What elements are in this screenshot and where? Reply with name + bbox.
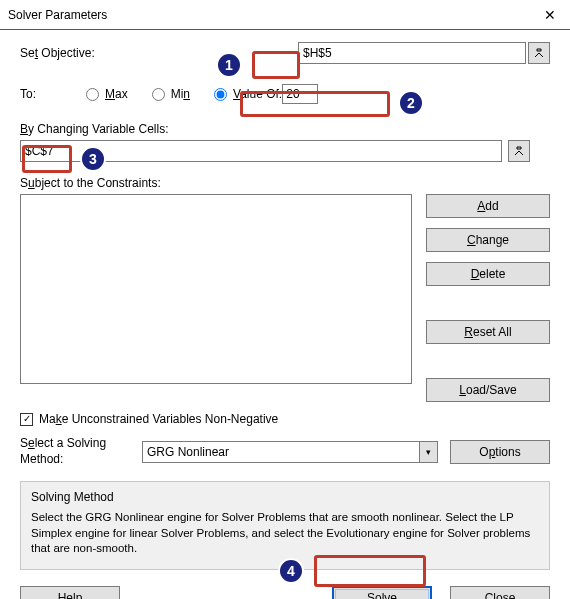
delete-button[interactable]: Delete bbox=[426, 262, 550, 286]
desc-text: Select the GRG Nonlinear engine for Solv… bbox=[31, 510, 539, 557]
solving-method-value: GRG Nonlinear bbox=[147, 445, 229, 459]
solve-button[interactable]: Solve bbox=[332, 586, 432, 599]
load-save-button[interactable]: Load/Save bbox=[426, 378, 550, 402]
set-objective-label: Set Objective: bbox=[20, 46, 180, 60]
constraints-list[interactable] bbox=[20, 194, 412, 384]
max-radio[interactable]: Max bbox=[86, 87, 128, 101]
solving-method-description: Solving Method Select the GRG Nonlinear … bbox=[20, 481, 550, 570]
changing-cells-label: By Changing Variable Cells: bbox=[20, 122, 550, 136]
to-label: To: bbox=[20, 87, 60, 101]
title-bar: Solver Parameters ✕ bbox=[0, 0, 570, 30]
unconstrained-checkbox[interactable]: ✓ Make Unconstrained Variables Non-Negat… bbox=[20, 412, 550, 426]
reset-all-button[interactable]: Reset All bbox=[426, 320, 550, 344]
dialog-body: Set Objective: To: Max Min Value Of: By … bbox=[0, 30, 570, 599]
value-of-input[interactable] bbox=[282, 84, 318, 104]
constraints-label: Subject to the Constraints: bbox=[20, 176, 550, 190]
collapse-icon[interactable] bbox=[528, 42, 550, 64]
value-of-radio[interactable]: Value Of: bbox=[214, 84, 324, 104]
help-button[interactable]: Help bbox=[20, 586, 120, 599]
select-method-label: Select a Solving Method: bbox=[20, 436, 130, 467]
check-icon: ✓ bbox=[20, 413, 33, 426]
objective-input[interactable] bbox=[298, 42, 526, 64]
collapse-icon[interactable] bbox=[508, 140, 530, 162]
changing-cells-input[interactable] bbox=[20, 140, 502, 162]
close-button[interactable]: Close bbox=[450, 586, 550, 599]
options-button[interactable]: Options bbox=[450, 440, 550, 464]
desc-title: Solving Method bbox=[31, 490, 539, 504]
add-button[interactable]: Add bbox=[426, 194, 550, 218]
change-button[interactable]: Change bbox=[426, 228, 550, 252]
chevron-down-icon: ▾ bbox=[419, 442, 437, 462]
close-icon[interactable]: ✕ bbox=[530, 0, 570, 29]
min-radio[interactable]: Min bbox=[152, 87, 190, 101]
solving-method-select[interactable]: GRG Nonlinear ▾ bbox=[142, 441, 438, 463]
window-title: Solver Parameters bbox=[8, 8, 530, 22]
